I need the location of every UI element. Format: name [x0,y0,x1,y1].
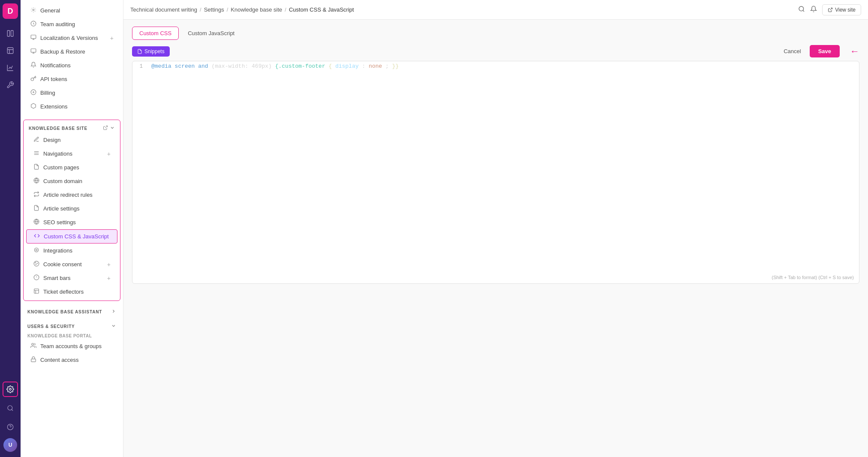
nav-books-icon[interactable] [3,26,18,41]
tab-custom-css[interactable]: Custom CSS [132,27,179,40]
article-redirect-icon [33,191,40,198]
topbar-notification-icon[interactable] [810,6,817,14]
svg-rect-1 [11,30,13,36]
sidebar-item-article-redirect[interactable]: Article redirect rules [26,188,117,201]
svg-point-18 [36,249,37,251]
sidebar-item-api-tokens[interactable]: API tokens [23,72,120,86]
sidebar-item-custom-css-js[interactable]: Custom CSS & JavaScript [26,229,117,244]
svg-rect-9 [31,49,36,52]
backup-icon [30,48,37,55]
kb-portal-label: KNOWLEDGE BASE PORTAL [21,331,123,339]
svg-point-22 [36,264,36,265]
top-bar-actions: View site [798,4,861,15]
sidebar-item-custom-pages[interactable]: Custom pages [26,161,117,174]
custom-css-js-label: Custom CSS & JavaScript [44,233,109,240]
users-security-header: USERS & SECURITY [21,320,123,331]
general-label: General [40,7,60,14]
sidebar-item-ticket-deflectors[interactable]: Ticket deflectors [26,285,117,298]
smart-bars-plus-icon[interactable]: + [107,275,111,282]
nav-help-icon[interactable] [3,419,18,435]
svg-rect-2 [7,48,13,54]
sidebar-item-content-access[interactable]: Content access [23,353,120,367]
cancel-button[interactable]: Cancel [778,45,806,57]
kb-assistant-header: KNOWLEDGE BASE ASSISTANT [21,305,123,316]
sidebar-item-seo-settings[interactable]: SEO settings [26,216,117,229]
svg-point-6 [33,9,34,11]
breadcrumb-project: Technical document writing [130,6,197,13]
nav-settings-icon[interactable] [3,382,18,397]
svg-point-20 [35,262,36,263]
sidebar-item-general[interactable]: General [23,4,120,17]
line-number-1: 1 [132,63,148,69]
nav-chart-icon[interactable] [3,60,18,75]
code-editor[interactable]: 1 @media screen and (max-width: 469px) {… [132,61,859,284]
article-redirect-label: Article redirect rules [43,192,93,198]
svg-point-21 [37,263,37,264]
sidebar-item-custom-domain[interactable]: Custom domain [26,174,117,188]
users-chevron-icon[interactable] [111,323,116,329]
sidebar-item-article-settings[interactable]: Article settings [26,202,117,215]
kb-chevron-icon[interactable] [110,125,115,131]
seo-icon [33,219,40,226]
sidebar-item-team-auditing[interactable]: Team auditing [23,18,120,31]
svg-point-27 [799,6,804,11]
sidebar-item-smart-bars[interactable]: Smart bars + [26,271,117,285]
view-site-button[interactable]: View site [822,4,861,15]
svg-point-3 [9,388,12,391]
tab-custom-js[interactable]: Custom JavaScript [180,27,242,40]
localization-icon [30,34,37,42]
integrations-icon [33,247,40,254]
billing-label: Billing [40,90,55,96]
navigations-plus-icon[interactable]: + [107,150,111,157]
custom-domain-label: Custom domain [43,178,82,184]
sidebar-item-cookie-consent[interactable]: Cookie consent + [26,258,117,271]
code-line-1: 1 @media screen and (max-width: 469px) {… [132,61,859,71]
cookie-icon [33,261,40,268]
save-arrow-indicator: ← [850,46,859,57]
localization-plus-icon[interactable]: + [110,35,114,42]
action-bar: Snippets Cancel Save ← [132,45,859,57]
breadcrumb-sep-1: / [200,6,201,13]
custom-pages-icon [33,164,40,171]
sidebar-item-extensions[interactable]: Extensions [23,100,120,113]
custom-css-icon [33,233,40,240]
breadcrumb-sep-3: / [285,6,286,13]
kb-assistant-chevron[interactable] [111,309,116,315]
sidebar-item-design[interactable]: Design [26,133,117,147]
sidebar-item-localization[interactable]: Localization & Versions + [23,31,120,45]
notifications-label: Notifications [40,62,71,69]
main-content: Technical document writing / Settings / … [123,0,868,457]
view-site-label: View site [835,7,856,13]
kb-external-link-icon[interactable] [103,125,108,131]
sidebar-item-navigations[interactable]: Navigations + [26,147,117,160]
nav-search-icon[interactable] [3,400,18,416]
code-editor-footer: (Shift + Tab to format) (Ctrl + S to sav… [772,275,854,280]
billing-icon [30,89,37,96]
design-label: Design [43,137,60,143]
app-logo[interactable]: D [3,3,18,19]
breadcrumb: Technical document writing / Settings / … [130,6,354,13]
sidebar-item-team-accounts[interactable]: Team accounts & groups [23,340,120,353]
user-avatar[interactable]: U [3,438,17,452]
cookie-plus-icon[interactable]: + [107,261,111,268]
extensions-label: Extensions [40,103,68,110]
team-accounts-label: Team accounts & groups [40,343,102,349]
notifications-icon [30,62,37,69]
topbar-search-icon[interactable] [798,6,805,14]
sidebar-item-notifications[interactable]: Notifications [23,59,120,72]
sidebar: General Team auditing Localization & Ver… [21,0,123,457]
sidebar-item-integrations[interactable]: Integrations [26,244,117,257]
smart-bars-icon [33,274,40,282]
seo-settings-label: SEO settings [43,219,76,225]
css-prop: display [335,63,359,69]
sidebar-item-backup[interactable]: Backup & Restore [23,45,120,58]
sidebar-item-billing[interactable]: Billing [23,86,120,99]
snippets-label: Snippets [144,48,165,54]
nav-wrench-icon[interactable] [3,77,18,93]
article-settings-icon [33,205,40,212]
svg-point-4 [8,406,12,410]
nav-inbox-icon[interactable] [3,43,18,58]
team-auditing-icon [30,21,37,28]
snippets-button[interactable]: Snippets [132,46,170,57]
save-button[interactable]: Save [810,45,840,57]
